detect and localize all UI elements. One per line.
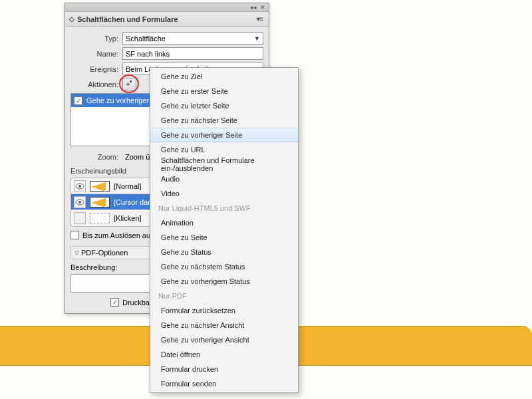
action-checkbox[interactable]: ✓	[74, 96, 82, 105]
tab-marker-icon: ◇	[69, 15, 74, 23]
menu-item[interactable]: Gehe zu URL	[150, 142, 298, 157]
printable-checkbox[interactable]: ✓	[110, 298, 119, 307]
panel-minibar: ◂◂ ✕	[65, 3, 269, 12]
printable-label: Druckbar	[122, 299, 152, 307]
state-thumbnail	[90, 181, 110, 192]
state-thumbnail	[90, 213, 110, 223]
pdf-options-label: PDF-Optionen	[81, 249, 128, 257]
menu-item[interactable]: Gehe zu vorheriger Ansicht	[150, 332, 298, 347]
menu-item[interactable]: Gehe zu Status	[150, 245, 298, 259]
menu-item[interactable]: Formular senden	[150, 376, 298, 391]
menu-item[interactable]: Gehe zu Seite	[150, 230, 298, 245]
zoom-label: Zoom:	[70, 153, 122, 161]
menu-item[interactable]: Video	[150, 186, 298, 201]
menu-item[interactable]: Animation	[150, 215, 298, 230]
type-value: Schaltfläche	[126, 35, 166, 43]
menu-item[interactable]: Formular zurücksetzen	[150, 303, 298, 318]
menu-item[interactable]: Gehe zu vorheriger Seite	[150, 128, 298, 142]
menu-item[interactable]: Schaltflächen und Formulare ein-/ausblen…	[150, 157, 298, 172]
collapse-icon[interactable]: ◂◂	[249, 4, 257, 11]
menu-section-header: Nur Liquid-HTML5 und SWF	[150, 201, 298, 215]
svg-point-1	[78, 185, 81, 188]
panel-titlebar: ◇ Schaltflächen und Formulare ▾≡	[65, 12, 269, 27]
actions-label: Aktionen:	[70, 80, 122, 88]
menu-item[interactable]: Gehe zu nächster Ansicht	[150, 318, 298, 332]
visibility-icon[interactable]	[74, 212, 86, 224]
state-label: [Normal]	[114, 182, 142, 190]
type-dropdown[interactable]: Schaltfläche ▼	[122, 32, 263, 45]
panel-title: Schaltflächen und Formulare	[77, 15, 178, 23]
menu-item[interactable]: Gehe zu letzter Seite	[150, 98, 298, 113]
state-label: [Klicken]	[114, 214, 142, 222]
visibility-icon[interactable]	[74, 180, 86, 192]
event-label: Ereignis:	[70, 65, 122, 73]
name-label: Name:	[70, 50, 122, 58]
name-input[interactable]	[122, 47, 263, 60]
svg-point-3	[78, 201, 81, 203]
state-thumbnail	[90, 197, 110, 207]
chevron-down-icon: ▼	[254, 35, 260, 42]
disclosure-triangle-icon: ▽	[74, 249, 79, 256]
menu-section-header: Nur PDF	[150, 289, 298, 303]
hidden-until-trigger-checkbox[interactable]	[70, 231, 79, 239]
type-label: Typ:	[70, 35, 122, 43]
menu-item[interactable]: Gehe zu erster Seite	[150, 84, 298, 98]
menu-item[interactable]: Audio	[150, 172, 298, 186]
menu-item[interactable]: Gehe zu Ziel	[150, 69, 298, 84]
panel-menu-icon[interactable]: ▾≡	[255, 15, 265, 23]
menu-item[interactable]: Gehe zu nächstem Status	[150, 259, 298, 274]
name-field[interactable]	[126, 50, 260, 58]
action-dropdown-menu: Gehe zu ZielGehe zu erster SeiteGehe zu …	[150, 67, 299, 393]
add-action-button[interactable]: +▾	[122, 78, 136, 90]
menu-item[interactable]: Gehe zu nächster Seite	[150, 113, 298, 128]
visibility-icon[interactable]	[74, 196, 86, 208]
menu-item[interactable]: Datei öffnen	[150, 347, 298, 362]
close-icon[interactable]: ✕	[259, 4, 267, 11]
menu-item[interactable]: Formular drucken	[150, 362, 298, 376]
menu-item[interactable]: Gehe zu vorherigem Status	[150, 274, 298, 289]
